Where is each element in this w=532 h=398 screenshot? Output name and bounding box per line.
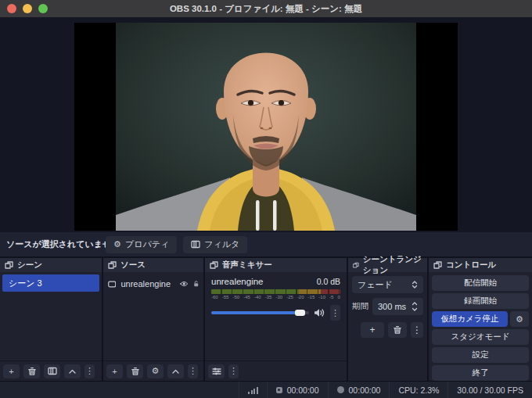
exit-button[interactable]: 終了 [432, 365, 529, 381]
gear-icon: ⚙ [152, 367, 160, 375]
start-streaming-button[interactable]: 配信開始 [432, 275, 529, 291]
mixer-more-button[interactable]: ⋮ [228, 364, 239, 378]
duration-spinbox[interactable]: 300 ms [372, 298, 423, 315]
fps-value: 30.00 / 30.00 FPS [457, 385, 523, 395]
vertical-dots-icon: ⋮ [412, 324, 422, 335]
mixer-channel-name: unrealengine [211, 277, 264, 286]
stream-timer: 00:00:00 [267, 382, 328, 398]
audio-mixer-dock-header[interactable]: 音声ミキサー [205, 258, 347, 272]
signal-bars-icon [248, 386, 258, 394]
scenes-more-button[interactable]: ⋮ [84, 364, 95, 378]
zoom-window-button[interactable] [38, 4, 48, 13]
visibility-eye-icon[interactable] [180, 280, 188, 288]
speaker-icon[interactable] [314, 308, 325, 317]
vertical-dots-icon: ⋮ [331, 308, 340, 318]
add-scene-button[interactable]: + [3, 364, 20, 378]
transition-selected-value: フェード [358, 279, 393, 291]
move-scene-up-button[interactable] [64, 364, 81, 378]
scene-transitions-dock-title: シーントランジション [363, 254, 422, 276]
stop-virtual-camera-button[interactable]: 仮想カメラ停止 [432, 311, 508, 327]
titlebar: OBS 30.1.0 - プロファイル: 無題 - シーン: 無題 [0, 0, 532, 17]
select-chevrons-icon [412, 280, 418, 289]
controls-dock-title: コントロール [446, 260, 496, 271]
spin-arrows-icon[interactable] [412, 301, 418, 312]
remove-transition-button[interactable] [388, 322, 407, 338]
volume-meter [211, 289, 340, 294]
lock-icon[interactable] [193, 279, 199, 289]
stream-time-value: 00:00:00 [287, 385, 319, 395]
preview-area[interactable] [0, 17, 532, 232]
cpu-usage-value: CPU: 2.3% [398, 385, 439, 395]
studio-mode-button[interactable]: スタジオモード [432, 329, 529, 345]
vertical-dots-icon: ⋮ [229, 366, 238, 376]
filters-button[interactable]: フィルタ [183, 236, 247, 253]
filter-icon [48, 367, 57, 375]
record-status-icon [337, 386, 344, 393]
properties-button-label: プロパティ [125, 238, 169, 250]
controls-dock: コントロール 配信開始 録画開始 仮想カメラ停止 ⚙ スタジオモード 設定 終了 [429, 258, 532, 381]
add-source-button[interactable]: + [106, 364, 123, 378]
cpu-usage: CPU: 2.3% [389, 382, 448, 398]
scenes-dock-title: シーン [17, 260, 42, 271]
scenes-dock-toolbar: + ⋮ [0, 360, 102, 381]
chevron-up-icon [68, 368, 77, 375]
settings-button[interactable]: 設定 [432, 347, 529, 363]
properties-button[interactable]: ⚙ プロパティ [106, 236, 177, 253]
scene-transitions-dock: シーントランジション フェード 期間 300 ms + [348, 258, 427, 381]
volume-slider-handle[interactable] [295, 310, 305, 316]
source-list-item[interactable]: unrealengine [108, 276, 199, 292]
sources-dock-toolbar: + ⚙ ⋮ [103, 360, 203, 381]
sources-dock-title: ソース [120, 260, 146, 271]
remove-scene-button[interactable] [23, 364, 40, 378]
gear-icon: ⚙ [113, 240, 121, 249]
virtual-camera-settings-button[interactable]: ⚙ [510, 311, 529, 327]
scene-list-item-selected[interactable]: シーン 3 [2, 274, 99, 292]
close-window-button[interactable] [7, 4, 16, 13]
volume-slider[interactable] [211, 311, 309, 314]
status-bar: 00:00:00 00:00:00 CPU: 2.3% 30.00 / 30.0… [0, 381, 532, 398]
advanced-audio-button[interactable] [208, 364, 225, 378]
trash-icon [131, 367, 140, 376]
scenes-dock: シーン シーン 3 + ⋮ [0, 258, 102, 381]
duration-value: 300 ms [378, 302, 406, 311]
remove-source-button[interactable] [127, 364, 143, 378]
controls-dock-header[interactable]: コントロール [429, 258, 532, 272]
dock-icon [108, 261, 117, 270]
dock-icon [353, 261, 359, 270]
vertical-dots-icon: ⋮ [85, 366, 94, 376]
video-source-unrealengine[interactable] [116, 23, 416, 231]
sources-dock-header[interactable]: ソース [103, 258, 203, 272]
window-controls [7, 4, 48, 13]
record-timer: 00:00:00 [328, 382, 390, 398]
source-properties-button[interactable]: ⚙ [147, 364, 164, 378]
gear-icon: ⚙ [516, 315, 523, 324]
mixer-dock-toolbar: ⋮ [205, 360, 347, 381]
obs-window: OBS 30.1.0 - プロファイル: 無題 - シーン: 無題 [0, 0, 532, 398]
mixer-channel-level: 0.0 dB [317, 277, 340, 286]
preview-canvas[interactable] [74, 23, 458, 231]
start-recording-button[interactable]: 録画開始 [432, 293, 529, 309]
duration-label: 期間 [352, 301, 368, 312]
no-source-selected-text: ソースが選択されていません [6, 238, 120, 250]
filters-button-label: フィルタ [204, 238, 239, 250]
source-item-label: unrealengine [120, 279, 171, 289]
fps-indicator: 30.00 / 30.00 FPS [448, 382, 532, 398]
connection-status [239, 382, 267, 398]
minimize-window-button[interactable] [23, 4, 32, 13]
transition-select[interactable]: フェード [352, 276, 423, 293]
add-transition-button[interactable]: + [361, 322, 384, 338]
chevron-up-icon [171, 368, 180, 375]
scene-filters-button[interactable] [44, 364, 60, 378]
sources-dock: ソース unrealengine + ⚙ [103, 258, 203, 381]
source-toolbar: ソースが選択されていません ⚙ プロパティ フィルタ [0, 232, 532, 256]
dock-icon [210, 261, 218, 270]
record-time-value: 00:00:00 [349, 385, 381, 395]
scenes-dock-header[interactable]: シーン [0, 258, 102, 272]
move-source-up-button[interactable] [167, 364, 184, 378]
trash-icon [393, 325, 402, 335]
stream-status-icon [276, 387, 282, 393]
sources-more-button[interactable]: ⋮ [188, 364, 198, 378]
transition-more-button[interactable]: ⋮ [411, 322, 423, 338]
mixer-channel-menu-button[interactable]: ⋮ [330, 305, 340, 321]
scene-transitions-dock-header[interactable]: シーントランジション [348, 258, 427, 272]
